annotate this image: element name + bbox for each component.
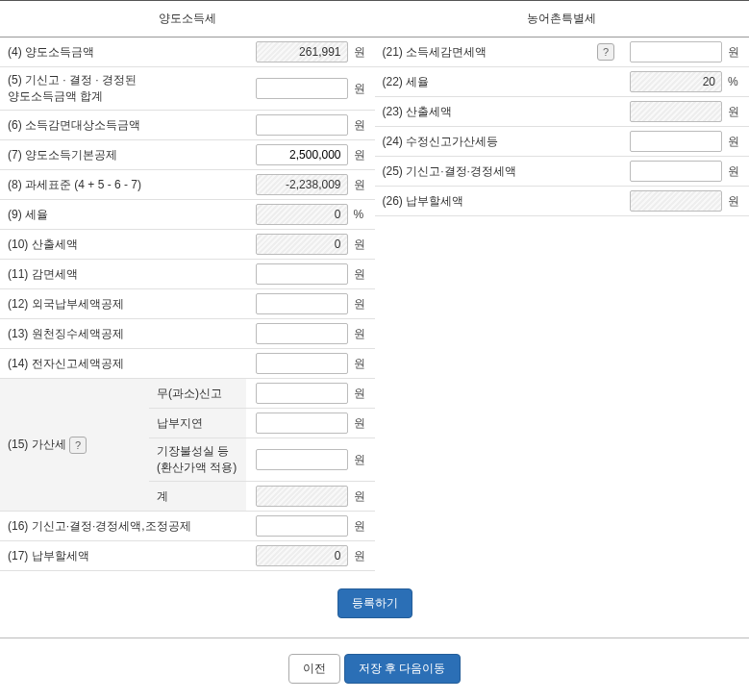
left-table: 양도소득세 (4) 양도소득금액원 (5) 기신고 · 결정 · 경정된 양도소… — [0, 0, 375, 571]
r4-input — [256, 41, 348, 62]
r25-input[interactable] — [630, 161, 722, 182]
r12-label: (12) 외국납부세액공제 — [0, 289, 246, 319]
r15c-label: 기장불성실 등 (환산가액 적용) — [149, 438, 246, 482]
r16-input[interactable] — [256, 515, 348, 537]
register-button[interactable]: 등록하기 — [337, 588, 412, 618]
r16-label: (16) 기신고·결정·경정세액,조정공제 — [0, 512, 246, 541]
r8-label: (8) 과세표준 (4 + 5 - 6 - 7) — [0, 170, 246, 200]
r15-label: (15) 가산세 ? — [0, 379, 149, 512]
r7-input[interactable] — [256, 144, 348, 165]
left-header: 양도소득세 — [0, 1, 375, 38]
r10-label: (10) 산출세액 — [0, 230, 246, 260]
r13-label: (13) 원천징수세액공제 — [0, 319, 246, 349]
r21-label: (21) 소득세감면세액 — [375, 38, 596, 67]
r15d-input — [256, 486, 348, 507]
r14-label: (14) 전자신고세액공제 — [0, 349, 246, 379]
right-header: 농어촌특별세 — [375, 1, 750, 38]
r17-label: (17) 납부할세액 — [0, 541, 246, 571]
r26-input — [630, 190, 722, 212]
r5-label: (5) 기신고 · 결정 · 경정된 양도소득금액 합계 — [0, 67, 246, 111]
r21-input[interactable] — [630, 41, 722, 62]
r9-input — [256, 204, 348, 225]
r11-label: (11) 감면세액 — [0, 260, 246, 289]
r9-label: (9) 세율 — [0, 200, 246, 230]
r15c-input[interactable] — [256, 449, 348, 470]
save-next-button[interactable]: 저장 후 다음이동 — [344, 654, 461, 684]
r15a-input[interactable] — [256, 383, 348, 404]
r15d-label: 계 — [149, 482, 246, 512]
prev-button[interactable]: 이전 — [288, 654, 340, 684]
r6-input[interactable] — [256, 114, 348, 136]
r12-input[interactable] — [256, 293, 348, 314]
r7-label: (7) 양도소득기본공제 — [0, 140, 246, 170]
r5-input[interactable] — [256, 78, 348, 99]
unit: 원 — [350, 38, 375, 67]
r6-label: (6) 소득감면대상소득금액 — [0, 111, 246, 140]
r22-label: (22) 세율 — [375, 67, 621, 97]
r13-input[interactable] — [256, 323, 348, 344]
r22-input — [630, 71, 722, 92]
r15b-label: 납부지연 — [149, 409, 246, 438]
r24-input[interactable] — [630, 131, 722, 152]
r4-label: (4) 양도소득금액 — [0, 38, 246, 67]
r14-input[interactable] — [256, 353, 348, 374]
r15a-label: 무(과소)신고 — [149, 379, 246, 409]
r10-input — [256, 234, 348, 255]
help-r15[interactable]: ? — [69, 437, 87, 454]
right-table: 농어촌특별세 (21) 소득세감면세액?원 (22) 세율% (23) 산출세액… — [375, 0, 750, 216]
r11-input[interactable] — [256, 263, 348, 285]
r25-label: (25) 기신고·결정·경정세액 — [375, 157, 621, 187]
help-r21[interactable]: ? — [597, 43, 614, 61]
r17-input — [256, 545, 348, 566]
r23-label: (23) 산출세액 — [375, 97, 621, 127]
r8-input — [256, 174, 348, 195]
r15b-input[interactable] — [256, 412, 348, 434]
r26-label: (26) 납부할세액 — [375, 187, 621, 216]
r23-input — [630, 101, 722, 122]
r24-label: (24) 수정신고가산세등 — [375, 127, 621, 157]
